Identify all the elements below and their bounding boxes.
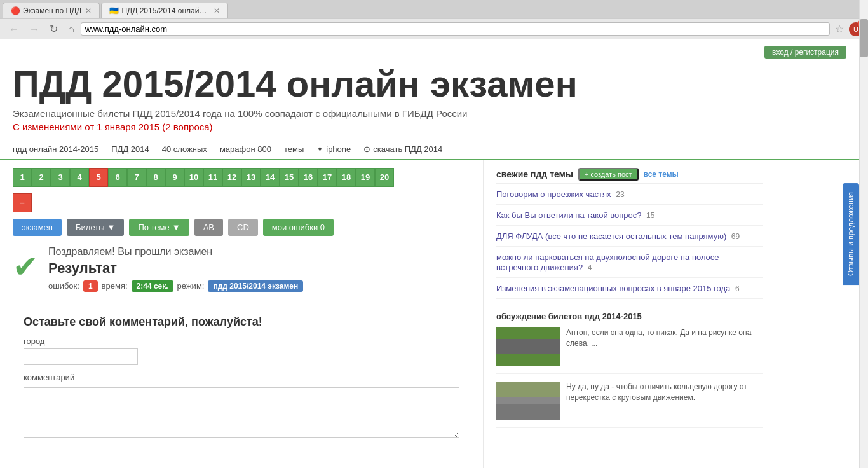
ticket-16[interactable]: 16 <box>299 168 318 187</box>
tab-2[interactable]: 🇺🇦 ПДД 2015/2014 онлайн э... ✕ <box>101 3 228 18</box>
ticket-17[interactable]: 17 <box>318 168 337 187</box>
address-bar-wrap[interactable] <box>81 22 830 36</box>
result-heading: Результат <box>48 260 303 277</box>
header: вход / регистрация ПДД 2015/2014 онлайн … <box>0 39 859 139</box>
comment-title: Оставьте свой комментарий, пожалуйста! <box>24 315 459 329</box>
browser-chrome: 🔴 Экзамен по ПДД ✕ 🇺🇦 ПДД 2015/2014 онла… <box>0 0 868 39</box>
ticket-13[interactable]: 13 <box>241 168 261 187</box>
ticket-1[interactable]: 1 <box>13 168 32 187</box>
result-text: Поздравляем! Вы прошли экзамен Результат… <box>48 246 303 292</box>
site-note: С изменениями от 1 января 2015 (2 вопрос… <box>13 121 846 132</box>
tab2-close[interactable]: ✕ <box>214 6 220 15</box>
topic-link-3[interactable]: ДЛЯ ФЛУДА (все что не касается остальных… <box>496 231 740 241</box>
tab1-close[interactable]: ✕ <box>85 6 92 15</box>
tab1-icon: 🔴 <box>11 6 20 15</box>
tickets-button[interactable]: Билеты ▼ <box>67 219 124 236</box>
feedback-tab[interactable]: Отзывы и предложения <box>843 183 859 285</box>
comment-label: комментарий <box>24 373 459 382</box>
discussion-item-2: Ну да, ну да - чтобы отличить кольцевую … <box>496 382 763 428</box>
ticket-10[interactable]: 10 <box>184 168 203 187</box>
ticket-18[interactable]: 18 <box>337 168 356 187</box>
back-button[interactable]: ← <box>5 22 23 36</box>
page-container: вход / регистрация ПДД 2015/2014 онлайн … <box>0 39 859 468</box>
nav-pdd-2014[interactable]: ПДД 2014 <box>111 144 149 154</box>
nav-topics[interactable]: темы <box>284 144 304 154</box>
mode-value: пдд 2015/2014 экзамен <box>208 280 303 292</box>
topic-item-2: Как бы Вы ответили на такой вопрос? 15 <box>496 210 763 226</box>
browser-tabs: 🔴 Экзамен по ПДД ✕ 🇺🇦 ПДД 2015/2014 онла… <box>0 0 868 18</box>
topic-link-2[interactable]: Как бы Вы ответили на такой вопрос? 15 <box>496 210 654 220</box>
topic-count-1: 23 <box>616 190 624 199</box>
content-wrapper: 1 2 3 4 5 6 7 8 9 10 11 12 13 14 15 16 1… <box>0 160 859 468</box>
fresh-topics-section: свежие пдд темы + создать пост все темы … <box>496 168 763 299</box>
browser-toolbar: ← → ↻ ⌂ ☆ U 2 <box>0 18 868 39</box>
topic-link-5[interactable]: Изменения в экзаменационных вопросах в я… <box>496 284 740 293</box>
tab-1[interactable]: 🔴 Экзамен по ПДД ✕ <box>3 3 100 18</box>
ticket-12[interactable]: 12 <box>222 168 241 187</box>
result-area: ✔ Поздравляем! Вы прошли экзамен Результ… <box>13 246 470 292</box>
topic-link-4[interactable]: можно ли парковаться на двухполосной дор… <box>496 252 719 272</box>
cd-button[interactable]: CD <box>228 219 258 236</box>
nav-iphone[interactable]: ✦ iphone <box>316 144 351 154</box>
discussions-title: обсуждение билетов пдд 2014-2015 <box>496 312 763 321</box>
congrats-text: Поздравляем! Вы прошли экзамен <box>48 246 303 258</box>
my-errors-button[interactable]: мои ошибки 0 <box>263 219 334 236</box>
scrollbar-thumb[interactable] <box>860 19 868 57</box>
tickets-dropdown-icon: ▼ <box>107 223 116 232</box>
ticket-6[interactable]: 6 <box>108 168 127 187</box>
header-top: вход / регистрация <box>13 46 846 59</box>
nav-40-hard[interactable]: 40 сложных <box>162 144 207 154</box>
exam-button[interactable]: экзамен <box>13 219 62 236</box>
nav-pdd-online[interactable]: пдд онлайн 2014-2015 <box>13 144 98 154</box>
address-bar[interactable] <box>85 24 825 34</box>
topic-link-1[interactable]: Поговорим о проезжих частях 23 <box>496 189 625 199</box>
tab2-icon: 🇺🇦 <box>109 6 118 15</box>
ticket-7[interactable]: 7 <box>127 168 146 187</box>
topic-count-2: 15 <box>646 211 654 220</box>
ticket-minus[interactable]: – <box>13 193 32 212</box>
avatar-icon: U <box>853 25 858 33</box>
discussion-thumb-2 <box>496 382 560 420</box>
home-button[interactable]: ⌂ <box>64 22 78 36</box>
city-input[interactable] <box>24 348 138 365</box>
scrollbar-track[interactable] <box>859 0 868 468</box>
comment-textarea[interactable] <box>24 387 459 438</box>
site-subtitle: Экзаменационные билеты ПДД 2015/2014 год… <box>13 108 846 119</box>
ticket-11[interactable]: 11 <box>203 168 222 187</box>
topics-section-title: свежие пдд темы + создать пост все темы <box>496 168 763 184</box>
time-value: 2:44 сек. <box>132 280 173 292</box>
ticket-20[interactable]: 20 <box>375 168 394 187</box>
forward-button[interactable]: → <box>25 22 43 36</box>
comment-form-group: комментарий <box>24 373 459 440</box>
discussion-item-1: Антон, если она одна, то никак. Да и на … <box>496 327 763 374</box>
ticket-14[interactable]: 14 <box>261 168 280 187</box>
ticket-9[interactable]: 9 <box>165 168 184 187</box>
all-topics-link[interactable]: все темы <box>644 170 679 179</box>
ticket-4[interactable]: 4 <box>70 168 89 187</box>
road-thumbnail-2 <box>496 382 560 420</box>
bookmark-star-icon[interactable]: ☆ <box>835 23 844 35</box>
discussion-text-1: Антон, если она одна, то никак. Да и на … <box>566 327 763 366</box>
by-topic-button[interactable]: По теме ▼ <box>129 219 189 236</box>
checkmark-icon: ✔ <box>13 249 38 284</box>
reload-button[interactable]: ↻ <box>46 22 62 36</box>
comment-section: Оставьте свой комментарий, пожалуйста! г… <box>13 305 470 458</box>
site-title: ПДД 2015/2014 онлайн экзамен <box>13 64 846 104</box>
nav-marathon[interactable]: марафон 800 <box>220 144 271 154</box>
ticket-15[interactable]: 15 <box>280 168 299 187</box>
ticket-5[interactable]: 5 <box>89 168 108 187</box>
city-label: город <box>24 336 459 346</box>
ticket-19[interactable]: 19 <box>356 168 375 187</box>
ticket-3[interactable]: 3 <box>51 168 70 187</box>
nav-download[interactable]: ⊙ скачать ПДД 2014 <box>363 144 442 154</box>
topic-count-4: 4 <box>588 263 592 272</box>
ticket-8[interactable]: 8 <box>146 168 165 187</box>
login-button[interactable]: вход / регистрация <box>764 46 846 59</box>
main-content: 1 2 3 4 5 6 7 8 9 10 11 12 13 14 15 16 1… <box>0 160 483 468</box>
ab-button[interactable]: АВ <box>194 219 223 236</box>
topic-count-5: 6 <box>735 284 740 293</box>
create-post-button[interactable]: + создать пост <box>578 168 639 181</box>
ticket-2[interactable]: 2 <box>32 168 51 187</box>
topic-item-5: Изменения в экзаменационных вопросах в я… <box>496 283 763 299</box>
ticket-numbers: 1 2 3 4 5 6 7 8 9 10 11 12 13 14 15 16 1… <box>13 168 470 187</box>
